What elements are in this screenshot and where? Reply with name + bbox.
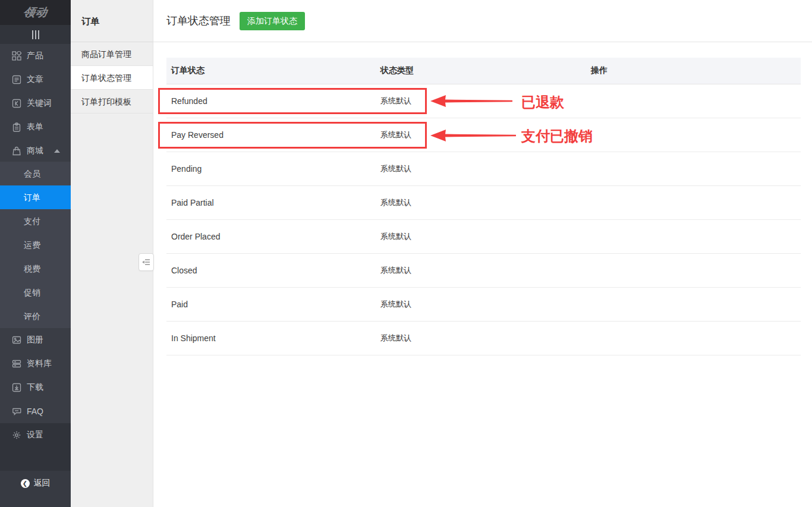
panel-title: 订单: [71, 0, 153, 42]
app-logo: 领动: [0, 0, 71, 25]
collapse-bars-icon: [32, 30, 39, 39]
sidebar-item-label: FAQ: [27, 407, 43, 416]
back-label: 返回: [34, 478, 51, 489]
sidebar-item-label: 资料库: [27, 358, 52, 369]
status-type-cell: 系统默认: [380, 197, 591, 208]
main-content: 订单状态管理 添加订单状态 订单状态 状态类型 操作 Refunded 系统默认…: [153, 0, 812, 507]
sidebar-item-label: 下载: [27, 382, 43, 393]
submenu-item-members[interactable]: 会员: [0, 162, 71, 185]
order-status-cell: Paid: [166, 300, 380, 309]
table-row[interactable]: In Shipment 系统默认: [166, 322, 801, 355]
table-header-row: 订单状态 状态类型 操作: [166, 58, 801, 84]
download-icon: [12, 383, 21, 392]
order-status-cell: Pending: [166, 164, 380, 174]
panel-item-order-print-template[interactable]: 订单打印模板: [71, 90, 153, 114]
sidebar-item-products[interactable]: 产品: [0, 44, 71, 68]
sidebar-item-articles[interactable]: 文章: [0, 68, 71, 92]
status-type-cell: 系统默认: [380, 130, 591, 140]
sidebar-collapse-toggle[interactable]: [0, 25, 71, 44]
order-status-cell: Paid Partial: [166, 198, 380, 207]
order-status-table: 订单状态 状态类型 操作 Refunded 系统默认 Pay Reversed …: [166, 58, 801, 355]
table-row[interactable]: Order Placed 系统默认: [166, 220, 801, 254]
column-header-status-type: 状态类型: [380, 65, 591, 76]
faq-icon: [12, 407, 21, 416]
table-row[interactable]: Closed 系统默认: [166, 254, 801, 288]
status-type-cell: 系统默认: [380, 299, 591, 310]
panel-collapse-icon: [142, 259, 150, 266]
sidebar-item-label: 图册: [27, 335, 43, 345]
sidebar-item-library[interactable]: 资料库: [0, 352, 71, 376]
sidebar-footer: ❮ 返回: [0, 471, 71, 507]
submenu-item-reviews[interactable]: 评价: [0, 304, 71, 328]
gallery-icon: [12, 335, 21, 345]
submenu-item-orders[interactable]: 订单: [0, 185, 71, 209]
panel-item-order-status-management[interactable]: 订单状态管理: [71, 66, 153, 90]
sidebar-item-faq[interactable]: FAQ: [0, 399, 71, 423]
table-row[interactable]: Pending 系统默认: [166, 152, 801, 186]
column-header-order-status: 订单状态: [166, 65, 380, 76]
primary-sidebar: 领动 产品 文章 关键词 表单: [0, 0, 71, 507]
status-type-cell: 系统默认: [380, 333, 591, 344]
logo-text: 领动: [22, 5, 49, 20]
sidebar-item-label: 产品: [27, 51, 43, 61]
table-row[interactable]: Refunded 系统默认: [166, 84, 801, 118]
form-icon: [12, 122, 21, 132]
sidebar-item-gallery[interactable]: 图册: [0, 328, 71, 352]
secondary-nav: 图册 资料库 下载 FAQ: [0, 328, 71, 423]
gear-icon: [12, 430, 21, 440]
order-status-cell: Order Placed: [166, 232, 380, 241]
sidebar-item-label: 设置: [27, 430, 43, 440]
settings-section: 设置: [0, 423, 71, 471]
submenu-item-promotion[interactable]: 促销: [0, 281, 71, 304]
primary-nav: 产品 文章 关键词 表单 商城: [0, 44, 71, 163]
back-button[interactable]: ❮ 返回: [0, 471, 71, 495]
submenu-item-payment[interactable]: 支付: [0, 209, 71, 233]
status-type-cell: 系统默认: [380, 265, 591, 276]
sidebar-item-settings[interactable]: 设置: [0, 423, 71, 447]
status-type-cell: 系统默认: [380, 231, 591, 242]
sidebar-item-mall[interactable]: 商城: [0, 139, 71, 163]
order-status-cell: Pay Reversed: [166, 130, 380, 140]
order-status-cell: Refunded: [166, 96, 380, 106]
library-icon: [12, 359, 21, 369]
sidebar-item-label: 关键词: [27, 98, 52, 109]
page-title: 订单状态管理: [166, 14, 231, 28]
sidebar-item-forms[interactable]: 表单: [0, 115, 71, 139]
keyword-icon: [12, 99, 21, 108]
product-grid-icon: [12, 51, 21, 61]
panel-item-product-order-management[interactable]: 商品订单管理: [71, 42, 153, 66]
article-icon: [12, 75, 21, 84]
status-type-cell: 系统默认: [380, 163, 591, 174]
caret-up-icon: [54, 149, 60, 153]
sidebar-item-label: 商城: [27, 146, 43, 156]
sidebar-item-label: 表单: [27, 122, 43, 133]
table-row[interactable]: Pay Reversed 系统默认: [166, 118, 801, 152]
table-row[interactable]: Paid 系统默认: [166, 288, 801, 322]
column-header-actions: 操作: [591, 65, 801, 76]
content-header: 订单状态管理 添加订单状态: [153, 0, 812, 42]
mall-bag-icon: [12, 146, 21, 156]
order-status-cell: In Shipment: [166, 333, 380, 343]
panel-collapse-button[interactable]: [139, 253, 154, 271]
back-circle-icon: ❮: [21, 479, 30, 488]
sidebar-item-keywords[interactable]: 关键词: [0, 92, 71, 115]
table-row[interactable]: Paid Partial 系统默认: [166, 186, 801, 220]
sidebar-item-downloads[interactable]: 下载: [0, 376, 71, 399]
status-type-cell: 系统默认: [380, 96, 591, 106]
sidebar-item-label: 文章: [27, 74, 43, 85]
submenu-item-shipping[interactable]: 运费: [0, 233, 71, 257]
add-order-status-button[interactable]: 添加订单状态: [240, 12, 305, 30]
submenu-item-tax[interactable]: 税费: [0, 257, 71, 281]
order-status-cell: Closed: [166, 266, 380, 275]
mall-submenu: 会员 订单 支付 运费 税费 促销 评价: [0, 162, 71, 328]
